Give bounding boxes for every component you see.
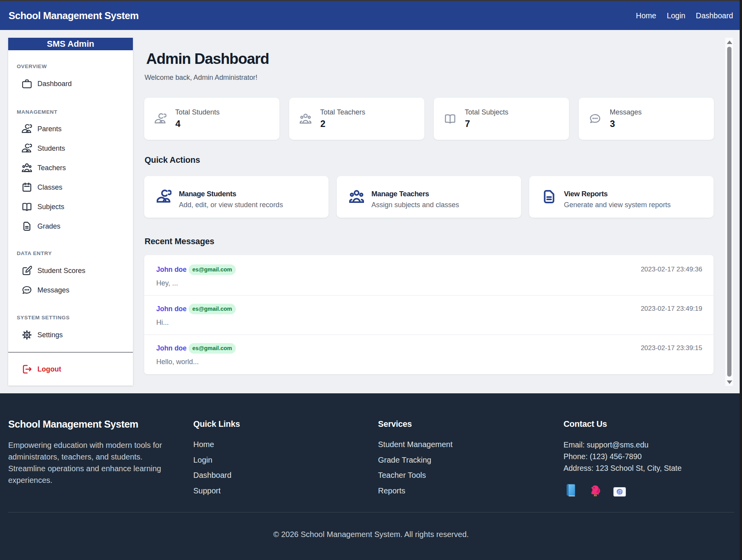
- svg-text:@: @: [617, 489, 622, 495]
